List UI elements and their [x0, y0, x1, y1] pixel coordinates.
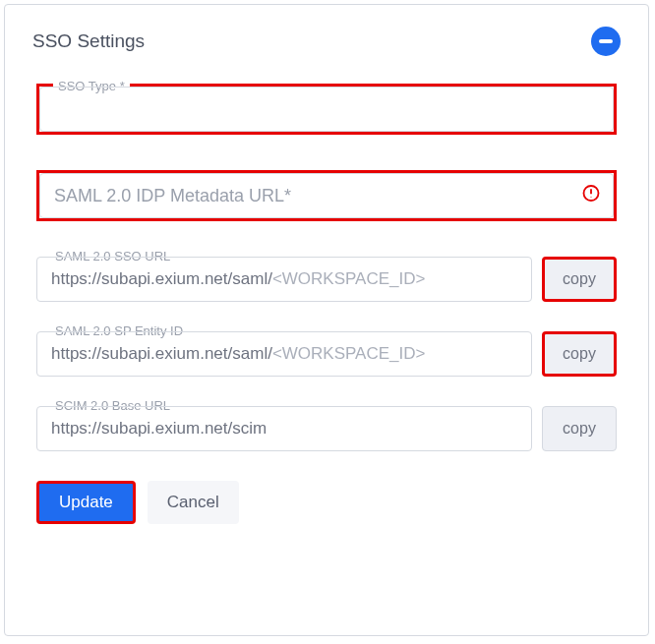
sso-type-input[interactable]: [39, 87, 614, 132]
panel-title: SSO Settings: [32, 30, 145, 52]
update-button[interactable]: Update: [36, 481, 136, 524]
sso-url-suffix: <WORKSPACE_ID>: [272, 269, 426, 289]
entity-id-prefix: https://subapi.exium.net/saml/: [51, 344, 272, 364]
collapse-icon[interactable]: [591, 27, 621, 56]
metadata-url-field: SAML 2.0 IDP Metadata URL*: [36, 170, 617, 221]
panel-header: SSO Settings: [27, 27, 626, 56]
alert-icon: [581, 184, 601, 208]
entity-id-suffix: <WORKSPACE_ID>: [272, 344, 426, 364]
metadata-url-placeholder: SAML 2.0 IDP Metadata URL*: [54, 186, 291, 206]
action-row: Update Cancel: [27, 481, 626, 524]
svg-point-2: [591, 197, 592, 198]
copy-button[interactable]: copy: [542, 406, 617, 451]
cancel-button[interactable]: Cancel: [148, 481, 239, 524]
copy-button[interactable]: copy: [542, 257, 617, 302]
scim-url-input[interactable]: https://subapi.exium.net/scim: [36, 406, 532, 451]
entity-id-field: SAML 2.0 SP Entity ID https://subapi.exi…: [36, 331, 617, 377]
scim-url-field: SCIM 2.0 Base URL https://subapi.exium.n…: [36, 406, 617, 451]
metadata-url-input[interactable]: SAML 2.0 IDP Metadata URL*: [39, 173, 614, 218]
entity-id-input[interactable]: https://subapi.exium.net/saml/<WORKSPACE…: [36, 331, 532, 377]
copy-button[interactable]: copy: [542, 331, 617, 377]
sso-url-field: SAML 2.0 SSO URL https://subapi.exium.ne…: [36, 257, 617, 302]
sso-url-prefix: https://subapi.exium.net/saml/: [51, 269, 272, 289]
scim-url-value: https://subapi.exium.net/scim: [51, 419, 267, 439]
sso-settings-panel: SSO Settings SSO Type * SAML 2.0 IDP Met…: [4, 4, 649, 636]
sso-type-field: SSO Type *: [36, 84, 617, 135]
sso-url-input[interactable]: https://subapi.exium.net/saml/<WORKSPACE…: [36, 257, 532, 302]
form-area: SSO Type * SAML 2.0 IDP Metadata URL* SA…: [27, 84, 626, 451]
